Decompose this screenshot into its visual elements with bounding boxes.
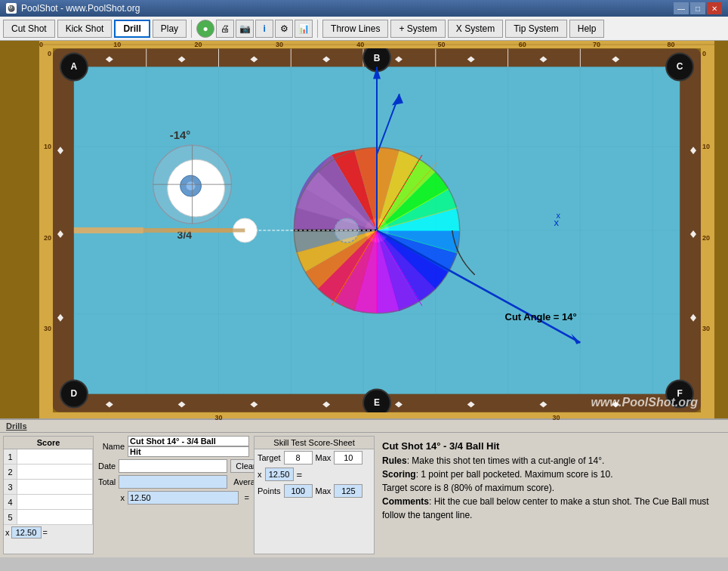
table-container: 0 10 20 30 40 50 60 70 80 0 10 20 30 0 1… (0, 41, 728, 418)
print-icon[interactable]: 🖨 (216, 20, 234, 38)
name-input-2[interactable] (128, 446, 249, 457)
ruler-left-10: 10 (44, 143, 51, 150)
total-input[interactable] (119, 475, 227, 489)
desc-comments: Comments: Hit the cue ball below center … (382, 495, 722, 522)
score-eq-label: = (43, 528, 48, 537)
scoring-text: 1 point per ball pocketed. Maximum score… (421, 469, 612, 480)
help-button[interactable]: Help (569, 20, 605, 38)
svg-text:-14°: -14° (170, 128, 191, 141)
chart-icon[interactable]: 📊 (295, 20, 313, 38)
ruler-left-0: 0 (48, 50, 51, 57)
score-row-1: 1 (4, 449, 93, 465)
ruler-top-20: 20 (195, 41, 202, 48)
drills-tab: Drills (0, 420, 728, 433)
cut-shot-button[interactable]: Cut Shot (3, 20, 55, 38)
target-label: Target (258, 453, 281, 462)
drill-button[interactable]: Drill (114, 20, 150, 38)
score-skill-input[interactable] (265, 468, 294, 481)
points-max-input[interactable] (334, 484, 362, 498)
ruler-right-0: 0 (702, 50, 706, 57)
separator-2 (317, 20, 318, 38)
score-num-4: 4 (4, 495, 17, 509)
camera-icon[interactable]: 📷 (236, 20, 254, 38)
score-cell-1[interactable] (17, 449, 93, 464)
score-bottom: x = (4, 525, 93, 540)
x-row: x = (98, 491, 249, 505)
menu-bar: Cut Shot Kick Shot Drill Play ● 🖨 📷 i ⚙ … (0, 17, 728, 41)
score-cell-3[interactable] (17, 480, 93, 494)
max-input[interactable] (334, 451, 362, 465)
ruler-right-20: 20 (702, 234, 710, 242)
score-rows: 1 2 3 4 5 (4, 449, 93, 525)
desc-panel: Cut Shot 14° - 3/4 Ball Hit Rules: Make … (379, 436, 725, 554)
x-label: x (98, 493, 125, 502)
green-circle-icon[interactable]: ● (196, 20, 214, 38)
info-icon[interactable]: i (255, 20, 273, 38)
ruler-right: 0 10 20 30 (701, 48, 714, 412)
score-cell-2[interactable] (17, 465, 93, 479)
score-num-5: 5 (4, 510, 17, 524)
skill-row-3: Points Max (254, 483, 374, 499)
throw-lines-button[interactable]: Throw Lines (322, 20, 388, 38)
ruler-top-80: 80 (667, 41, 674, 48)
svg-text:Cut Angle = 14°: Cut Angle = 14° (505, 311, 577, 323)
drills-tab-label[interactable]: Drills (6, 421, 27, 431)
equals-label: = (245, 493, 249, 502)
max-label-2: Max (316, 486, 332, 495)
name-label: Name (98, 442, 125, 451)
x-system-button[interactable]: X System (448, 20, 503, 38)
svg-text:B: B (374, 53, 381, 63)
bottom-content: Score 1 2 3 4 5 (0, 433, 728, 557)
svg-point-69 (236, 222, 244, 230)
separator-1 (191, 20, 192, 38)
desc-title: Cut Shot 14° - 3/4 Ball Hit (382, 439, 722, 454)
x-value-input[interactable] (128, 491, 239, 505)
close-button[interactable]: ✕ (707, 2, 722, 14)
window-controls: — □ ✕ (674, 2, 722, 14)
skill-row-1: Target Max (254, 449, 374, 466)
skill-panel: Skill Test Score-Sheet Target Max x = Po… (254, 436, 375, 554)
ruler-left: 0 10 20 30 (39, 48, 53, 412)
title-bar: 🎱 PoolShot - www.PoolShot.org — □ ✕ (0, 0, 728, 17)
points-input[interactable] (284, 484, 313, 498)
plus-system-button[interactable]: + System (390, 20, 445, 38)
desc-target: Target score is 8 (80% of maximum score)… (382, 481, 722, 495)
comments-text: Hit the cue ball below center to make a … (382, 496, 709, 520)
ruler-left-20: 20 (44, 234, 51, 242)
score-row-5: 5 (4, 510, 93, 525)
rules-label: Rules (382, 455, 407, 466)
skill-row-2: x = (254, 466, 374, 483)
ruler-top-30: 30 (276, 41, 283, 48)
score-value-input[interactable] (11, 526, 42, 539)
icon-group: ● 🖨 📷 i ⚙ 📊 (196, 20, 313, 38)
tip-system-button[interactable]: Tip System (505, 20, 567, 38)
ruler-left-30: 30 (44, 325, 51, 332)
target-input[interactable] (284, 451, 313, 465)
score-num-1: 1 (4, 449, 17, 464)
minimize-button[interactable]: — (674, 2, 689, 14)
ruler-bottom-right: 30 (552, 414, 560, 421)
score-cell-4[interactable] (17, 495, 93, 509)
play-button[interactable]: Play (153, 20, 187, 38)
score-panel: Score 1 2 3 4 5 (3, 436, 94, 554)
watermark: www.PoolShot.org (591, 396, 698, 409)
total-row: Total Average (98, 475, 249, 489)
ruler-bottom-left: 30 (214, 414, 222, 421)
score-row-3: 3 (4, 480, 93, 495)
skill-header: Skill Test Score-Sheet (254, 437, 374, 449)
ruler-top-70: 70 (593, 41, 600, 48)
rules-text: Make this shot ten times with a cut-angl… (412, 455, 604, 466)
name-input[interactable] (128, 436, 249, 446)
equals-skill: = (297, 469, 303, 480)
pool-table-svg[interactable]: A B C D E F 2 x (53, 48, 701, 412)
desc-scoring: Scoring: 1 point per ball pocketed. Maxi… (382, 468, 722, 481)
gear-icon[interactable]: ⚙ (275, 20, 293, 38)
date-input[interactable] (119, 459, 227, 473)
date-label: Date (98, 461, 116, 471)
ruler-top-0: 0 (39, 41, 43, 48)
kick-shot-button[interactable]: Kick Shot (57, 20, 113, 38)
score-cell-5[interactable] (17, 510, 93, 524)
ruler-top-10: 10 (113, 41, 121, 48)
ruler-bottom: 30 30 (39, 412, 714, 418)
maximize-button[interactable]: □ (690, 2, 705, 14)
